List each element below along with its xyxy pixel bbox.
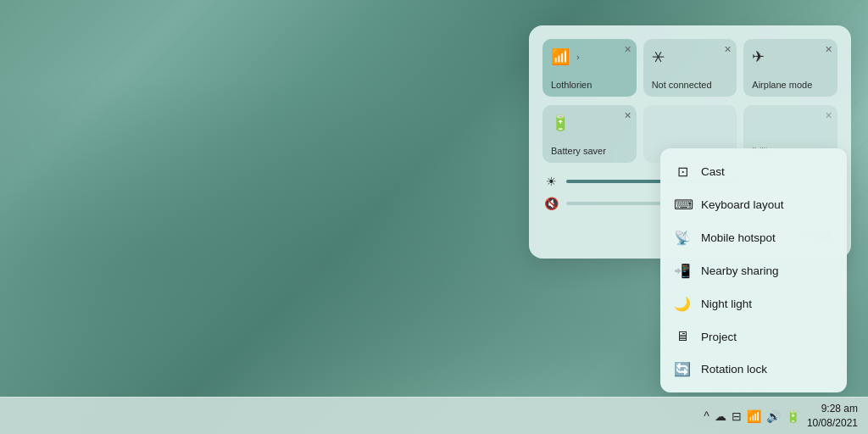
taskbar-icons: ^ ☁ ⊟ 📶 🔊 🔋: [704, 409, 800, 423]
bluetooth-icon: ⚹: [652, 47, 665, 65]
battery-icon: 🔋: [551, 114, 570, 132]
bluetooth-label: Not connected: [652, 80, 729, 90]
wifi-label: Lothlorien: [551, 80, 628, 90]
wifi-pin-icon: ✕: [624, 44, 632, 55]
taskbar-clock[interactable]: 9:28 am 10/08/2021: [807, 402, 858, 431]
airplane-tile[interactable]: ✕ ✈ Airplane mode: [743, 39, 837, 97]
project-icon: 🖥: [674, 329, 691, 344]
bluetooth-tile[interactable]: ✕ ⚹ Not connected: [643, 39, 737, 97]
quick-settings-panel: ✕ 📶 › Lothlorien ✕ ⚹ Not connected ✕ ✈ A…: [529, 25, 851, 259]
taskbar-battery-icon[interactable]: 🔋: [786, 409, 800, 423]
volume-mute-icon: 🔇: [542, 197, 559, 210]
nightlight-label: Night light: [701, 298, 752, 310]
hotspot-label: Mobile hotspot: [701, 231, 776, 244]
wifi-tile-top: 📶 ›: [551, 47, 628, 66]
dropdown-item-hotspot[interactable]: 📡 Mobile hotspot: [660, 221, 847, 254]
dropdown-item-keyboard[interactable]: ⌨ Keyboard layout: [660, 188, 847, 221]
taskbar-chevron-icon[interactable]: ^: [704, 409, 709, 423]
airplane-pin-icon: ✕: [825, 44, 832, 55]
airplane-icon: ✈: [752, 47, 765, 66]
dropdown-menu: ⊡ Cast ⌨ Keyboard layout 📡 Mobile hotspo…: [660, 148, 847, 392]
quick-tiles-row1: ✕ 📶 › Lothlorien ✕ ⚹ Not connected ✕ ✈ A…: [542, 39, 837, 97]
keyboard-icon: ⌨: [674, 197, 691, 213]
taskbar-wifi-icon[interactable]: 📶: [747, 409, 761, 423]
dropdown-item-project[interactable]: 🖥 Project: [660, 320, 847, 353]
battery-tile-top: 🔋: [551, 114, 628, 132]
nearby-icon: 📲: [674, 263, 691, 279]
taskbar-time-display: 9:28 am: [807, 402, 858, 416]
wifi-tile[interactable]: ✕ 📶 › Lothlorien: [542, 39, 637, 97]
dropdown-item-cast[interactable]: ⊡ Cast: [660, 155, 847, 188]
airplane-label: Airplane mode: [752, 80, 829, 90]
wifi-icon: 📶: [551, 47, 570, 66]
rotation-label: Rotation lock: [701, 363, 767, 376]
bluetooth-tile-top: ⚹: [652, 47, 729, 65]
rotation-icon: 🔄: [674, 361, 691, 377]
dropdown-item-rotation[interactable]: 🔄 Rotation lock: [660, 353, 847, 386]
taskbar-display-icon[interactable]: ⊟: [732, 409, 742, 423]
hotspot-icon: 📡: [674, 230, 691, 246]
taskbar-volume-icon[interactable]: 🔊: [766, 409, 781, 423]
taskbar: ^ ☁ ⊟ 📶 🔊 🔋 9:28 am 10/08/2021: [0, 397, 868, 434]
keyboard-label: Keyboard layout: [701, 198, 784, 211]
cast-label: Cast: [701, 165, 725, 178]
dropdown-item-nightlight[interactable]: 🌙 Night light: [660, 287, 847, 320]
wifi-arrow-icon: ›: [576, 52, 580, 62]
nightlight-icon: 🌙: [674, 296, 691, 312]
taskbar-date-display: 10/08/2021: [807, 416, 858, 431]
taskbar-weather-icon[interactable]: ☁: [715, 409, 726, 423]
project-label: Project: [701, 331, 737, 343]
battery-tile[interactable]: ✕ 🔋 Battery saver: [542, 105, 637, 163]
battery-label: Battery saver: [551, 146, 628, 156]
accessibility-pin-icon: ✕: [825, 110, 832, 121]
nearby-label: Nearby sharing: [701, 264, 779, 277]
airplane-tile-top: ✈: [752, 47, 829, 66]
bluetooth-pin-icon: ✕: [724, 44, 732, 55]
brightness-icon: ☀: [542, 175, 559, 188]
cast-icon: ⊡: [674, 164, 691, 180]
taskbar-right: ^ ☁ ⊟ 📶 🔊 🔋 9:28 am 10/08/2021: [704, 402, 858, 431]
dropdown-item-nearby[interactable]: 📲 Nearby sharing: [660, 254, 847, 287]
battery-pin-icon: ✕: [624, 110, 632, 121]
